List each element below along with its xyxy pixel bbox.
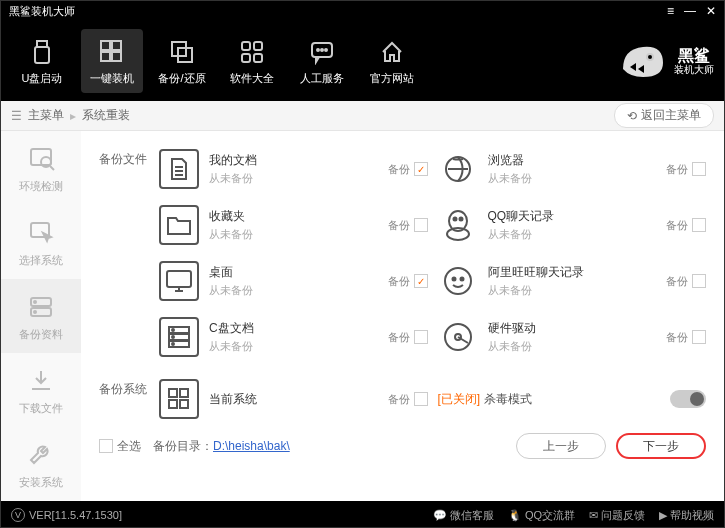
copy-icon bbox=[167, 37, 197, 67]
nav-install[interactable]: 一键装机 bbox=[81, 29, 143, 93]
item-aliww: 阿里旺旺聊天记录从未备份 备份 bbox=[438, 253, 707, 309]
svg-point-31 bbox=[452, 278, 455, 281]
svg-point-22 bbox=[34, 301, 36, 303]
download-icon bbox=[25, 365, 57, 397]
svg-rect-41 bbox=[169, 389, 177, 397]
item-sub: 从未备份 bbox=[209, 227, 370, 242]
svg-point-26 bbox=[447, 228, 469, 240]
brand-sub: 装机大师 bbox=[674, 64, 714, 75]
item-title: 我的文档 bbox=[209, 152, 370, 169]
brand-logo: 黑鲨装机大师 bbox=[618, 39, 714, 83]
backup-label: 备份 bbox=[388, 218, 410, 233]
checkbox[interactable] bbox=[692, 330, 706, 344]
item-sub: 从未备份 bbox=[488, 283, 649, 298]
nav-label: 一键装机 bbox=[90, 71, 134, 86]
back-button[interactable]: ⟲ 返回主菜单 bbox=[614, 103, 714, 128]
folder-icon bbox=[159, 205, 199, 245]
footer-qq[interactable]: 🐧 QQ交流群 bbox=[508, 508, 575, 523]
checkbox[interactable] bbox=[692, 218, 706, 232]
item-favorites: 收藏夹从未备份 备份 bbox=[159, 197, 428, 253]
sidebar-select-sys[interactable]: 选择系统 bbox=[1, 205, 81, 279]
svg-point-28 bbox=[459, 218, 462, 221]
nav-backup[interactable]: 备份/还原 bbox=[151, 29, 213, 93]
nav-label: 人工服务 bbox=[300, 71, 344, 86]
nav-software[interactable]: 软件大全 bbox=[221, 29, 283, 93]
nav-website[interactable]: 官方网站 bbox=[361, 29, 423, 93]
version-icon: V bbox=[11, 508, 25, 522]
nav-usb[interactable]: U盘启动 bbox=[11, 29, 73, 93]
section-files-label: 备份文件 bbox=[99, 141, 159, 365]
server-icon bbox=[159, 317, 199, 357]
breadcrumb: ☰ 主菜单 ▸ 系统重装 ⟲ 返回主菜单 bbox=[1, 101, 724, 131]
svg-point-16 bbox=[647, 54, 653, 60]
svg-rect-2 bbox=[101, 41, 110, 50]
backup-dir: 备份目录：D:\heisha\bak\ bbox=[153, 438, 290, 455]
item-sub: 从未备份 bbox=[488, 339, 649, 354]
breadcrumb-root[interactable]: 主菜单 bbox=[28, 107, 64, 124]
svg-point-36 bbox=[172, 329, 174, 331]
sidebar-label: 下载文件 bbox=[19, 401, 63, 416]
svg-rect-3 bbox=[112, 41, 121, 50]
close-icon[interactable]: ✕ bbox=[706, 4, 716, 18]
checkbox[interactable] bbox=[414, 274, 428, 288]
footer-wechat[interactable]: 💬 微信客服 bbox=[433, 508, 494, 523]
windows-icon bbox=[97, 37, 127, 67]
nav-label: 官方网站 bbox=[370, 71, 414, 86]
item-title: 桌面 bbox=[209, 264, 370, 281]
prev-button[interactable]: 上一步 bbox=[516, 433, 606, 459]
list-icon: ☰ bbox=[11, 109, 22, 123]
scan-icon bbox=[25, 143, 57, 175]
item-title: 收藏夹 bbox=[209, 208, 370, 225]
sidebar-label: 选择系统 bbox=[19, 253, 63, 268]
svg-rect-4 bbox=[101, 52, 110, 61]
backup-label: 备份 bbox=[388, 330, 410, 345]
antivirus-toggle[interactable] bbox=[670, 390, 706, 408]
item-title: 当前系统 bbox=[209, 391, 370, 408]
sidebar-install[interactable]: 安装系统 bbox=[1, 427, 81, 501]
antivirus-row: [已关闭] 杀毒模式 bbox=[438, 371, 707, 427]
checkbox[interactable] bbox=[414, 392, 428, 406]
svg-point-27 bbox=[453, 218, 456, 221]
svg-point-14 bbox=[321, 49, 323, 51]
item-title: QQ聊天记录 bbox=[488, 208, 649, 225]
item-current-sys: 当前系统 备份 bbox=[159, 371, 428, 427]
home-icon bbox=[377, 37, 407, 67]
checkbox[interactable] bbox=[692, 162, 706, 176]
item-title: 浏览器 bbox=[488, 152, 649, 169]
ie-icon bbox=[438, 149, 478, 189]
cursor-icon bbox=[25, 217, 57, 249]
footer-help[interactable]: ▶ 帮助视频 bbox=[659, 508, 714, 523]
select-all[interactable]: 全选 bbox=[99, 438, 141, 455]
checkbox[interactable] bbox=[414, 218, 428, 232]
sidebar-download[interactable]: 下载文件 bbox=[1, 353, 81, 427]
app-title: 黑鲨装机大师 bbox=[9, 4, 75, 19]
item-browser: 浏览器从未备份 备份 bbox=[438, 141, 707, 197]
nav-label: U盘启动 bbox=[22, 71, 63, 86]
monitor-icon bbox=[159, 261, 199, 301]
svg-point-15 bbox=[325, 49, 327, 51]
checkbox[interactable] bbox=[414, 162, 428, 176]
svg-point-37 bbox=[172, 336, 174, 338]
dir-path-link[interactable]: D:\heisha\bak\ bbox=[213, 439, 290, 453]
link-label: QQ交流群 bbox=[525, 508, 575, 523]
svg-rect-10 bbox=[242, 54, 250, 62]
backup-label: 备份 bbox=[388, 274, 410, 289]
nav-support[interactable]: 人工服务 bbox=[291, 29, 353, 93]
svg-point-38 bbox=[172, 343, 174, 345]
back-arrow-icon: ⟲ bbox=[627, 109, 637, 123]
sidebar-backup[interactable]: 备份资料 bbox=[1, 279, 81, 353]
footer-feedback[interactable]: ✉ 问题反馈 bbox=[589, 508, 645, 523]
shark-icon bbox=[618, 39, 668, 83]
section-system-label: 备份系统 bbox=[99, 371, 159, 427]
checkbox[interactable] bbox=[99, 439, 113, 453]
wrench-icon bbox=[25, 439, 57, 471]
dir-label: 备份目录： bbox=[153, 439, 213, 453]
sidebar-label: 环境检测 bbox=[19, 179, 63, 194]
next-button[interactable]: 下一步 bbox=[616, 433, 706, 459]
checkbox[interactable] bbox=[692, 274, 706, 288]
nav-label: 软件大全 bbox=[230, 71, 274, 86]
checkbox[interactable] bbox=[414, 330, 428, 344]
sidebar-env-check[interactable]: 环境检测 bbox=[1, 131, 81, 205]
menu-icon[interactable]: ≡ bbox=[667, 4, 674, 18]
minimize-icon[interactable]: — bbox=[684, 4, 696, 18]
